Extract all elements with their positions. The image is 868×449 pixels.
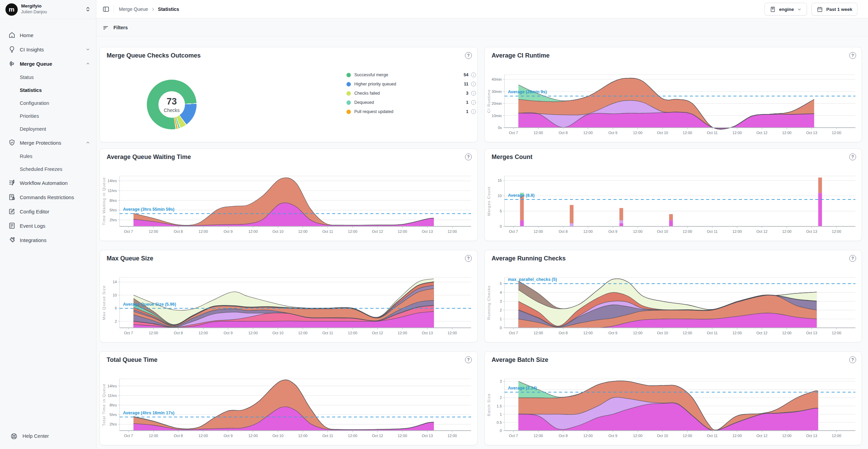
- legend-value: 54: [464, 73, 468, 77]
- queue-waiting-time-chart[interactable]: 2hrs5hrs8hrs11hrs14hrsOct 712:00Oct 812:…: [100, 166, 478, 241]
- svg-text:Oct 8: Oct 8: [174, 434, 183, 438]
- time-range-selector[interactable]: Past 1 week: [811, 3, 857, 16]
- merges-count-chart[interactable]: 051015Oct 712:00Oct 812:00Oct 912:00Oct …: [485, 166, 862, 241]
- svg-text:12:00: 12:00: [633, 131, 642, 135]
- svg-text:12:00: 12:00: [533, 131, 543, 135]
- shield-icon: [8, 139, 16, 146]
- filters-button[interactable]: Filters: [102, 18, 128, 36]
- breadcrumb-current: Statistics: [158, 6, 179, 12]
- help-icon[interactable]: ?: [849, 154, 856, 160]
- repository-selector[interactable]: engine: [764, 3, 807, 16]
- svg-text:5: 5: [500, 282, 502, 286]
- help-icon[interactable]: ?: [465, 154, 472, 160]
- help-icon[interactable]: ?: [465, 356, 472, 363]
- svg-text:0s: 0s: [498, 126, 502, 130]
- legend-item[interactable]: Pull request updated1i: [346, 109, 476, 115]
- svg-text:12:00: 12:00: [683, 331, 692, 335]
- legend-item[interactable]: Checks failed3i: [346, 90, 476, 96]
- sidebar-toggle-icon[interactable]: [102, 5, 110, 13]
- sidebar-item-label: Workflow Automation: [20, 180, 91, 186]
- svg-text:12:00: 12:00: [398, 331, 407, 335]
- svg-text:12:00: 12:00: [448, 229, 457, 234]
- svg-text:0.5: 0.5: [497, 420, 502, 424]
- svg-text:Oct 13: Oct 13: [806, 131, 817, 135]
- svg-text:12:00: 12:00: [683, 131, 692, 135]
- svg-text:Running Checks: Running Checks: [487, 285, 491, 320]
- svg-text:11hrs: 11hrs: [108, 189, 117, 193]
- running-checks-chart[interactable]: 012345Oct 712:00Oct 812:00Oct 912:00Oct …: [485, 267, 862, 343]
- sidebar-item-statistics[interactable]: Statistics: [0, 84, 96, 97]
- card-title: Average Running Checks: [492, 255, 565, 262]
- svg-text:max_parallel_checks (5): max_parallel_checks (5): [508, 277, 557, 282]
- batch-size-chart[interactable]: 00.511.523Oct 712:00Oct 812:00Oct 912:00…: [485, 369, 862, 446]
- info-icon: i: [471, 100, 476, 105]
- logs-icon: [8, 222, 16, 229]
- svg-text:Oct 10: Oct 10: [657, 131, 668, 135]
- svg-text:Average (2.34): Average (2.34): [508, 386, 537, 390]
- total-queue-time-chart[interactable]: 2hrs5hrs8hrs11hrs14hrsOct 712:00Oct 812:…: [100, 369, 478, 446]
- help-icon[interactable]: ?: [849, 52, 856, 59]
- lifebuoy-icon: [10, 432, 18, 440]
- help-icon[interactable]: ?: [465, 52, 472, 59]
- workflow-icon: [8, 179, 16, 187]
- sidebar-item-rules[interactable]: Rules: [0, 150, 96, 163]
- info-icon: i: [471, 109, 476, 114]
- svg-text:14hrs: 14hrs: [107, 179, 117, 183]
- svg-text:12:00: 12:00: [633, 331, 642, 335]
- sidebar-item-commands-restrictions[interactable]: Commands Restrictions: [0, 190, 96, 204]
- sidebar-item-workflow-automation[interactable]: Workflow Automation: [0, 176, 96, 190]
- legend-item[interactable]: Dequeued1i: [346, 99, 476, 106]
- svg-text:12:00: 12:00: [149, 434, 158, 438]
- help-center-link[interactable]: Help Center: [0, 429, 96, 443]
- svg-text:12:00: 12:00: [533, 331, 543, 335]
- help-center-label: Help Center: [22, 433, 49, 439]
- calendar-icon: [817, 6, 823, 13]
- svg-text:Oct 10: Oct 10: [273, 331, 283, 335]
- sidebar-item-config-editor[interactable]: Config Editor: [0, 204, 96, 219]
- card-average-running-checks: Average Running Checks ? 012345Oct 712:0…: [484, 250, 862, 342]
- queue-icon: [8, 60, 16, 67]
- card-title: Total Queue Time: [107, 356, 157, 364]
- org-name: Mergifyio: [21, 3, 42, 9]
- sidebar-item-priorities[interactable]: Priorities: [0, 110, 96, 123]
- svg-text:Oct 10: Oct 10: [273, 434, 283, 438]
- chevron-up-icon: [85, 140, 91, 145]
- sidebar-item-deployment[interactable]: Deployment: [0, 123, 96, 135]
- chevron-right-icon: [151, 7, 156, 12]
- help-icon[interactable]: ?: [849, 356, 856, 363]
- svg-text:12:00: 12:00: [298, 434, 308, 438]
- sidebar-item-merge-queue[interactable]: Merge Queue: [0, 57, 96, 71]
- card-average-queue-waiting-time: Average Queue Waiting Time ? 2hrs5hrs8hr…: [99, 148, 478, 241]
- svg-text:12:00: 12:00: [782, 331, 792, 335]
- card-average-batch-size: Average Batch Size ? 00.511.523Oct 712:0…: [484, 351, 862, 445]
- svg-text:Oct 11: Oct 11: [707, 434, 718, 438]
- sidebar-item-label: Event Logs: [20, 223, 91, 229]
- sidebar-item-ci-insights[interactable]: CI Insights: [0, 42, 96, 57]
- svg-text:Oct 7: Oct 7: [509, 331, 518, 335]
- svg-text:Total Time in Queue: Total Time in Queue: [102, 383, 106, 426]
- legend-color-dot: [346, 110, 351, 114]
- sidebar-item-event-logs[interactable]: Event Logs: [0, 219, 96, 233]
- sidebar-item-scheduled-freezes[interactable]: Scheduled Freezes: [0, 163, 96, 176]
- svg-text:Oct 13: Oct 13: [422, 331, 433, 335]
- breadcrumb-parent[interactable]: Merge Queue: [119, 6, 148, 12]
- ci-runtime-chart[interactable]: 0s10min20min30min40minOct 712:00Oct 812:…: [485, 64, 862, 143]
- sidebar-item-integrations[interactable]: Integrations: [0, 233, 96, 247]
- help-icon[interactable]: ?: [465, 255, 472, 262]
- svg-text:12:00: 12:00: [832, 229, 841, 234]
- sidebar-item-home[interactable]: Home: [0, 28, 96, 42]
- sidebar-item-configuration[interactable]: Configuration: [0, 97, 96, 110]
- sidebar-item-status[interactable]: Status: [0, 71, 96, 84]
- org-switcher[interactable]: m Mergifyio Julien Danjou: [0, 0, 96, 19]
- svg-text:Average (3hrs 55min 59s): Average (3hrs 55min 59s): [123, 207, 174, 212]
- svg-text:12:00: 12:00: [298, 229, 308, 234]
- donut-legend: Successful merge54iHigher priority queue…: [346, 72, 476, 118]
- max-queue-size-chart[interactable]: 261014Oct 712:00Oct 812:00Oct 912:00Oct …: [100, 267, 478, 343]
- legend-item[interactable]: Higher priority queued11i: [346, 81, 476, 87]
- mergify-logo: m: [5, 3, 18, 16]
- legend-item[interactable]: Successful merge54i: [346, 72, 476, 78]
- help-icon[interactable]: ?: [849, 255, 856, 262]
- sidebar-item-merge-protections[interactable]: Merge Protections: [0, 135, 96, 150]
- donut-chart[interactable]: [147, 80, 197, 129]
- svg-text:12:00: 12:00: [348, 331, 357, 335]
